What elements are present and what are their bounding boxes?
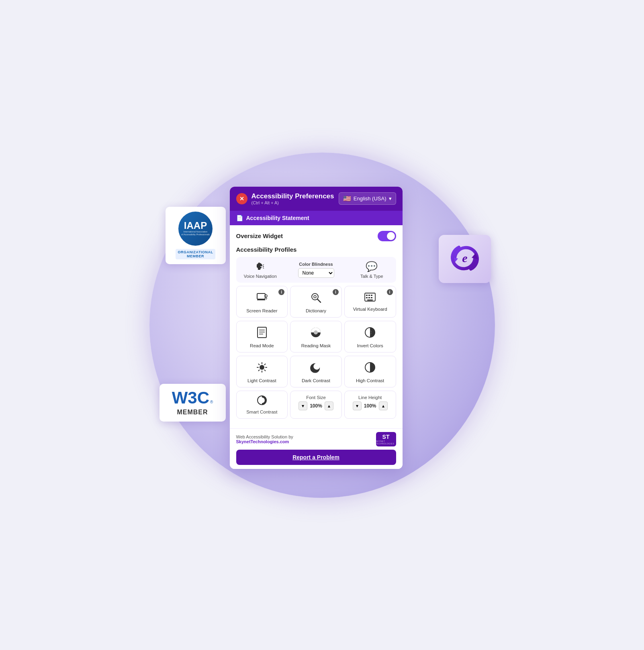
attribution-text-line1: Web Accessibility Solution by [236,434,293,439]
reading-mask-label: Reading Mask [301,343,331,348]
dictionary-svg [310,292,321,303]
scene: IAAP International Associationof Accessi… [121,124,523,526]
accessibility-statement-label: Accessibility Statement [246,215,309,221]
w3c-member-text: MEMBER [177,409,208,416]
panel-title: Accessibility Preferences [251,192,334,200]
w3c-reg-symbol: ® [210,400,213,404]
invert-colors-label: Invert Colors [357,343,383,348]
chevron-down-icon: ▾ [389,196,392,202]
iaap-circle: IAAP International Associationof Accessi… [178,212,213,246]
voice-navigation-icon: 🗣 [256,261,265,272]
features-grid-row2: Read Mode Reading Mask [236,321,396,353]
virtual-keyboard-label: Virtual Keyboard [353,307,387,312]
flag-icon: 🇺🇸 [343,195,351,202]
svg-point-23 [314,330,318,334]
attribution-link[interactable]: SkynetTechnologies.com [236,439,293,444]
svg-text:e: e [462,251,467,265]
report-problem-button[interactable]: Report a Problem [236,450,396,465]
st-logo-subtext: SKYNET TECHNOLOGIES [376,440,396,445]
color-blindness-select-wrap: Color Blindness None Protanopia Deuteran… [284,262,348,278]
read-mode-icon [257,327,267,341]
panel-body: Oversize Widget Accessibility Profiles 🗣… [230,225,403,428]
screen-reader-card[interactable]: i Screen Reader [236,286,288,318]
panel-title-group: Accessibility Preferences (Ctrl + Alt + … [251,192,334,205]
line-height-increase-button[interactable]: ▴ [379,401,388,410]
panel-header-left: ✕ Accessibility Preferences (Ctrl + Alt … [236,192,334,205]
svg-line-34 [258,370,259,371]
invert-svg [364,327,376,338]
font-size-stepper: ▾ 100% ▴ [298,401,333,410]
dark-contrast-card[interactable]: Dark Contrast [290,356,342,387]
w3c-logo-text: W3C [172,389,209,406]
read-mode-label: Read Mode [250,343,274,348]
svg-rect-13 [366,297,368,298]
light-contrast-card[interactable]: Light Contrast [236,356,288,387]
features-grid-row3: Light Contrast Dark Contrast [236,356,396,387]
high-contrast-card[interactable]: High Contrast [344,356,396,387]
svg-rect-17 [258,327,266,338]
font-size-decrease-button[interactable]: ▾ [298,401,307,410]
invert-colors-icon [364,327,376,341]
line-height-stepper: ▾ 100% ▴ [353,401,388,410]
read-mode-card[interactable]: Read Mode [236,321,288,353]
keyboard-svg [364,293,376,302]
line-height-value: 100% [363,403,377,409]
iaap-sub-text: International Associationof Accessibilit… [180,230,211,236]
line-height-card: Line Height ▾ 100% ▴ [344,391,396,419]
oversize-widget-toggle[interactable] [378,231,396,241]
line-height-decrease-button[interactable]: ▾ [353,401,362,410]
smart-contrast-svg [257,395,267,405]
panel-footer: Web Accessibility Solution by SkynetTech… [230,428,403,469]
language-button[interactable]: 🇺🇸 English (USA) ▾ [339,192,396,205]
top-feature-row: 🗣 Voice Navigation Color Blindness None … [236,257,396,283]
screen-reader-svg [256,292,268,303]
light-contrast-svg [256,362,268,373]
virtual-keyboard-info-icon: i [387,289,393,295]
accessibility-statement-bar[interactable]: 📄 Accessibility Statement [230,211,403,225]
svg-rect-10 [366,295,368,296]
font-size-value: 100% [309,403,323,409]
font-size-card: Font Size ▾ 100% ▴ [290,391,342,419]
high-contrast-label: High Contrast [356,378,384,383]
svg-rect-15 [371,297,372,298]
profiles-label: Accessibility Profiles [236,246,396,253]
talk-type-icon: 💬 [366,261,378,272]
footer-attribution: Web Accessibility Solution by SkynetTech… [236,432,396,446]
iaap-main-text: IAAP [184,221,207,230]
panel-header: ✕ Accessibility Preferences (Ctrl + Alt … [230,187,403,211]
oversize-widget-row: Oversize Widget [236,231,396,241]
dictionary-icon [310,292,321,306]
font-size-increase-button[interactable]: ▴ [325,401,333,410]
invert-colors-card[interactable]: Invert Colors [344,321,396,353]
voice-navigation-item[interactable]: 🗣 Voice Navigation [239,261,282,279]
st-logo: ST SKYNET TECHNOLOGIES [376,432,396,446]
smart-contrast-card[interactable]: Smart Contrast [236,391,288,419]
reading-mask-icon [310,327,321,341]
reading-mask-card[interactable]: Reading Mask [290,321,342,353]
svg-rect-11 [368,295,370,296]
svg-line-31 [258,364,259,365]
high-contrast-svg [364,362,376,373]
close-button[interactable]: ✕ [236,193,247,204]
font-size-label: Font Size [306,395,326,400]
screen-reader-info-icon: i [278,289,284,295]
oversize-widget-label: Oversize Widget [236,232,283,239]
dictionary-info-icon: i [333,289,339,295]
w3c-logo-row: W3C ® [172,389,213,406]
svg-line-8 [317,299,321,302]
virtual-keyboard-card[interactable]: i Virtual Keyboard [344,286,396,318]
dark-contrast-svg [310,362,321,373]
color-blindness-label: Color Blindness [299,262,333,267]
svg-line-32 [264,370,265,371]
talk-type-item[interactable]: 💬 Talk & Type [351,261,393,279]
language-label: English (USA) [354,196,386,202]
smart-contrast-label: Smart Contrast [246,410,277,414]
smart-contrast-icon [257,395,267,408]
dictionary-card[interactable]: i Dictionary [290,286,342,318]
e-logo-svg: e [447,240,483,276]
iaap-org-label: ORGANIZATIONALMEMBER [176,249,216,259]
color-blindness-dropdown[interactable]: None Protanopia Deuteranopia Tritanopia [298,268,334,278]
w3c-badge: W3C ® MEMBER [159,384,226,422]
svg-point-26 [260,365,264,370]
read-mode-svg [257,327,267,338]
